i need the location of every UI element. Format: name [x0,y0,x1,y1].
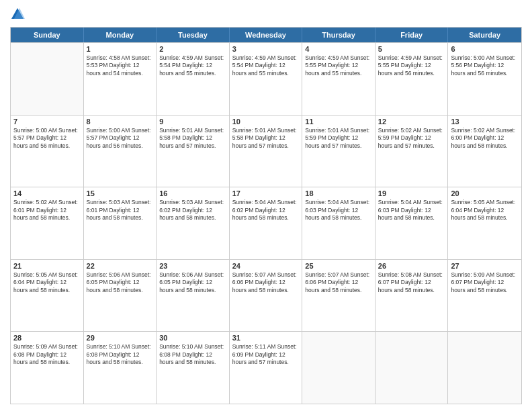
day-cell-10: 10Sunrise: 5:01 AM Sunset: 5:58 PM Dayli… [230,116,303,187]
day-info: Sunrise: 5:07 AM Sunset: 6:06 PM Dayligh… [305,271,372,294]
day-cell-3: 3Sunrise: 4:59 AM Sunset: 5:54 PM Daylig… [230,43,303,115]
day-info: Sunrise: 5:06 AM Sunset: 6:05 PM Dayligh… [87,271,154,294]
day-cell-22: 22Sunrise: 5:06 AM Sunset: 6:05 PM Dayli… [84,260,157,332]
day-cell-30: 30Sunrise: 5:10 AM Sunset: 6:08 PM Dayli… [157,332,230,404]
day-cell-29: 29Sunrise: 5:10 AM Sunset: 6:08 PM Dayli… [84,332,157,404]
day-cell-20: 20Sunrise: 5:05 AM Sunset: 6:04 PM Dayli… [448,187,521,259]
day-number: 31 [232,334,300,342]
day-info: Sunrise: 5:01 AM Sunset: 5:58 PM Dayligh… [159,127,226,150]
day-of-week-thursday: Thursday [302,28,375,42]
day-cell-17: 17Sunrise: 5:04 AM Sunset: 6:02 PM Dayli… [230,187,303,259]
day-of-week-sunday: Sunday [11,28,84,42]
day-info: Sunrise: 5:09 AM Sunset: 6:08 PM Dayligh… [13,343,81,366]
day-number: 22 [87,262,154,270]
day-cell-9: 9Sunrise: 5:01 AM Sunset: 5:58 PM Daylig… [157,116,230,187]
day-number: 23 [159,262,226,270]
day-number: 7 [13,118,81,126]
day-cell-25: 25Sunrise: 5:07 AM Sunset: 6:06 PM Dayli… [302,260,375,332]
day-of-week-friday: Friday [375,28,449,42]
day-info: Sunrise: 5:10 AM Sunset: 6:08 PM Dayligh… [87,343,154,366]
day-of-week-monday: Monday [84,28,157,42]
day-cell-24: 24Sunrise: 5:07 AM Sunset: 6:06 PM Dayli… [230,260,303,332]
day-number: 24 [232,262,300,270]
day-number: 14 [13,189,81,197]
day-info: Sunrise: 5:00 AM Sunset: 5:56 PM Dayligh… [451,54,519,77]
day-cell-15: 15Sunrise: 5:03 AM Sunset: 6:01 PM Dayli… [84,187,157,259]
day-cell-6: 6Sunrise: 5:00 AM Sunset: 5:56 PM Daylig… [448,43,521,115]
day-cell-12: 12Sunrise: 5:02 AM Sunset: 5:59 PM Dayli… [375,116,449,187]
day-cell-7: 7Sunrise: 5:00 AM Sunset: 5:57 PM Daylig… [11,116,84,187]
day-of-week-saturday: Saturday [448,28,521,42]
day-info: Sunrise: 5:08 AM Sunset: 6:07 PM Dayligh… [378,271,445,294]
day-number: 30 [159,334,226,342]
day-cell-31: 31Sunrise: 5:11 AM Sunset: 6:09 PM Dayli… [230,332,303,404]
day-number: 1 [87,45,154,53]
day-number: 26 [378,262,445,270]
day-cell-21: 21Sunrise: 5:05 AM Sunset: 6:04 PM Dayli… [11,260,84,332]
day-info: Sunrise: 5:04 AM Sunset: 6:03 PM Dayligh… [305,199,372,222]
calendar: SundayMondayTuesdayWednesdayThursdayFrid… [10,27,522,404]
day-info: Sunrise: 5:11 AM Sunset: 6:09 PM Dayligh… [232,343,300,366]
day-number: 10 [232,118,300,126]
day-info: Sunrise: 5:02 AM Sunset: 5:59 PM Dayligh… [378,127,445,150]
day-number: 15 [87,189,154,197]
empty-cell [302,332,375,404]
day-number: 25 [305,262,372,270]
logo-icon [10,7,25,21]
empty-cell [11,43,84,115]
day-number: 21 [13,262,81,270]
day-number: 11 [305,118,372,126]
day-number: 13 [451,118,519,126]
day-info: Sunrise: 5:06 AM Sunset: 6:05 PM Dayligh… [159,271,226,294]
calendar-body: 1Sunrise: 4:58 AM Sunset: 5:53 PM Daylig… [11,42,521,404]
calendar-row-4: 21Sunrise: 5:05 AM Sunset: 6:04 PM Dayli… [11,259,521,332]
day-info: Sunrise: 5:05 AM Sunset: 6:04 PM Dayligh… [13,271,81,294]
day-of-week-wednesday: Wednesday [230,28,303,42]
day-info: Sunrise: 5:07 AM Sunset: 6:06 PM Dayligh… [232,271,300,294]
day-number: 18 [305,189,372,197]
day-info: Sunrise: 5:05 AM Sunset: 6:04 PM Dayligh… [451,199,519,222]
day-number: 20 [451,189,519,197]
day-number: 19 [378,189,445,197]
day-cell-11: 11Sunrise: 5:01 AM Sunset: 5:59 PM Dayli… [302,116,375,187]
calendar-row-1: 1Sunrise: 4:58 AM Sunset: 5:53 PM Daylig… [11,42,521,115]
day-cell-1: 1Sunrise: 4:58 AM Sunset: 5:53 PM Daylig… [84,43,157,115]
day-cell-4: 4Sunrise: 4:59 AM Sunset: 5:55 PM Daylig… [302,43,375,115]
day-number: 2 [159,45,226,53]
day-number: 12 [378,118,445,126]
day-info: Sunrise: 5:03 AM Sunset: 6:02 PM Dayligh… [159,199,226,222]
day-cell-8: 8Sunrise: 5:00 AM Sunset: 5:57 PM Daylig… [84,116,157,187]
day-number: 29 [87,334,154,342]
day-info: Sunrise: 5:01 AM Sunset: 5:59 PM Dayligh… [305,127,372,150]
day-number: 5 [378,45,445,53]
day-number: 4 [305,45,372,53]
day-number: 3 [232,45,300,53]
day-number: 6 [451,45,519,53]
day-info: Sunrise: 5:09 AM Sunset: 6:07 PM Dayligh… [451,271,519,294]
calendar-row-3: 14Sunrise: 5:02 AM Sunset: 6:01 PM Dayli… [11,187,521,259]
day-info: Sunrise: 5:03 AM Sunset: 6:01 PM Dayligh… [87,199,154,222]
day-cell-23: 23Sunrise: 5:06 AM Sunset: 6:05 PM Dayli… [157,260,230,332]
day-info: Sunrise: 5:00 AM Sunset: 5:57 PM Dayligh… [87,127,154,150]
calendar-header: SundayMondayTuesdayWednesdayThursdayFrid… [11,28,521,42]
day-cell-26: 26Sunrise: 5:08 AM Sunset: 6:07 PM Dayli… [375,260,449,332]
day-info: Sunrise: 5:00 AM Sunset: 5:57 PM Dayligh… [13,127,81,150]
day-info: Sunrise: 4:59 AM Sunset: 5:55 PM Dayligh… [305,54,372,77]
day-info: Sunrise: 4:59 AM Sunset: 5:54 PM Dayligh… [232,54,300,77]
day-cell-14: 14Sunrise: 5:02 AM Sunset: 6:01 PM Dayli… [11,187,84,259]
day-cell-27: 27Sunrise: 5:09 AM Sunset: 6:07 PM Dayli… [448,260,521,332]
day-number: 8 [87,118,154,126]
day-number: 16 [159,189,226,197]
day-info: Sunrise: 4:58 AM Sunset: 5:53 PM Dayligh… [87,54,154,77]
day-info: Sunrise: 5:02 AM Sunset: 6:01 PM Dayligh… [13,199,81,222]
day-cell-16: 16Sunrise: 5:03 AM Sunset: 6:02 PM Dayli… [157,187,230,259]
day-cell-13: 13Sunrise: 5:02 AM Sunset: 6:00 PM Dayli… [448,116,521,187]
header [10,7,522,21]
empty-cell [375,332,449,404]
day-info: Sunrise: 5:04 AM Sunset: 6:02 PM Dayligh… [232,199,300,222]
day-cell-5: 5Sunrise: 4:59 AM Sunset: 5:55 PM Daylig… [375,43,449,115]
empty-cell [448,332,521,404]
day-info: Sunrise: 5:02 AM Sunset: 6:00 PM Dayligh… [451,127,519,150]
day-cell-18: 18Sunrise: 5:04 AM Sunset: 6:03 PM Dayli… [302,187,375,259]
day-number: 17 [232,189,300,197]
